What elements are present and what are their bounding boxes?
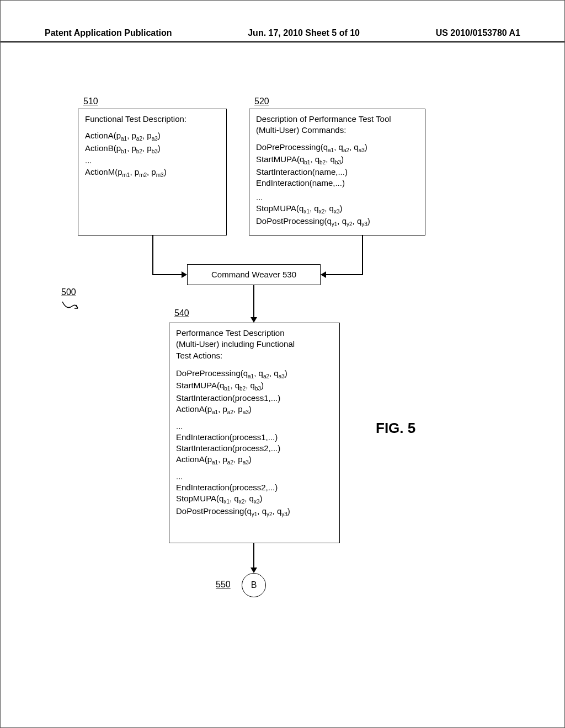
box520-title2: (Multi-User) Commands: (256, 125, 418, 136)
box540-l8: EndInteraction(process2,...) (176, 482, 333, 493)
box540-ell2: ... (176, 471, 333, 482)
box540-ell1: ... (176, 421, 333, 432)
box540-l2: StartMUPA(qb1, qb2, qb3) (176, 380, 333, 393)
ref-510: 510 (83, 97, 98, 106)
page-frame: Patent Application Publication Jun. 17, … (0, 0, 565, 728)
box520-l2: StartMUPA(qb1, qb2, qb3) (256, 154, 418, 167)
box510-line2: ActionB(pb1, pb2, pb3) (85, 143, 220, 156)
box-performance-tool: Description of Performance Test Tool (Mu… (249, 109, 425, 235)
box520-l4: EndInteraction(name,...) (256, 178, 418, 189)
box510-ellipsis: ... (85, 155, 220, 166)
arrow-510-530-v (152, 235, 153, 275)
box520-l3: StartInteraction(name,...) (256, 167, 418, 178)
arrow-510-530-head (182, 271, 187, 278)
arrow-530-540 (253, 285, 254, 318)
box520-title1: Description of Performance Test Tool (256, 114, 418, 125)
box540-title2: (Multi-User) including Functional (176, 339, 333, 350)
box530-text: Command Weaver 530 (211, 270, 296, 279)
arrow-540-b (253, 543, 254, 569)
box540-l3: StartInteraction(process1,...) (176, 393, 333, 404)
ref-540: 540 (174, 308, 189, 318)
box-command-weaver: Command Weaver 530 (187, 264, 321, 285)
ref-500-curve-icon (61, 299, 80, 314)
box510-line1: ActionA(pa1, pa2, pa3) (85, 130, 220, 143)
page-header: Patent Application Publication Jun. 17, … (1, 28, 564, 42)
ref-520: 520 (254, 97, 269, 106)
ref-550: 550 (216, 580, 231, 590)
box540-l6: StartInteraction(process2,...) (176, 443, 333, 454)
box520-l1: DoPreProcessing(qa1, qa2, qa3) (256, 142, 418, 154)
box540-l7: ActionA(pa1, pa2, pa3) (176, 454, 333, 467)
box540-l1: DoPreProcessing(qa1, qa2, qa3) (176, 368, 333, 381)
box510-title: Functional Test Description: (85, 114, 220, 125)
header-center: Jun. 17, 2010 Sheet 5 of 10 (248, 28, 360, 38)
arrow-520-530-head (321, 271, 326, 278)
arrow-520-530-h (325, 274, 363, 275)
ref-500: 500 (61, 287, 76, 297)
arrow-530-540-head (250, 317, 257, 323)
box540-l4: ActionA(pa1, pa2, pa3) (176, 404, 333, 416)
box520-ell: ... (256, 192, 418, 203)
arrow-510-530-h (152, 274, 183, 275)
connector-b-label: B (251, 580, 257, 590)
box520-l6: DoPostProcessing(qy1, qy2, qy3) (256, 216, 418, 228)
box510-line3: ActionM(pm1, pm2, pm3) (85, 167, 220, 179)
header-left: Patent Application Publication (45, 28, 172, 38)
box540-l10: DoPostProcessing(qy1, qy2, qy3) (176, 506, 333, 518)
figure-title: FIG. 5 (376, 420, 415, 437)
box540-title3: Test Actions: (176, 350, 333, 361)
arrow-540-b-head (250, 568, 257, 573)
box540-l9: StopMUPA(qx1, qx2, qx3) (176, 493, 333, 506)
box540-title1: Performance Test Description (176, 328, 333, 339)
box520-l5: StopMUPA(qx1, qx2, qx3) (256, 203, 418, 216)
box540-l5: EndInteraction(process1,...) (176, 432, 333, 443)
box-performance-test-desc: Performance Test Description (Multi-User… (169, 323, 340, 543)
box-functional-test: Functional Test Description: ActionA(pa1… (78, 109, 227, 235)
diagram-area: 510 Functional Test Description: ActionA… (78, 111, 497, 662)
arrow-520-530-v (362, 235, 363, 275)
header-right: US 2010/0153780 A1 (436, 28, 520, 38)
connector-b: B (242, 573, 266, 597)
